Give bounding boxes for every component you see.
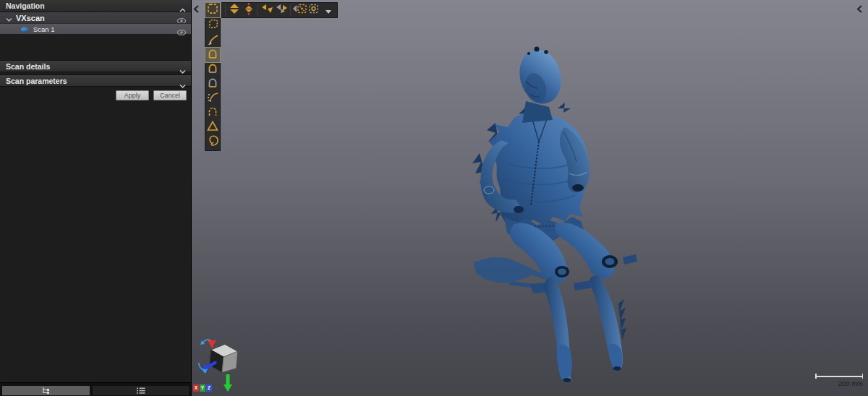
- tree-view-icon: [41, 384, 51, 396]
- triangle-selection-icon: [206, 119, 219, 135]
- eye-icon[interactable]: [176, 26, 187, 39]
- rotate-selection-right-icon: [275, 2, 288, 18]
- section-scan-details[interactable]: Scan details: [0, 60, 191, 72]
- shrink-selection-button[interactable]: [242, 3, 256, 17]
- rectangle-selection-button[interactable]: [205, 2, 221, 18]
- chevron-down-icon: [179, 79, 186, 91]
- tree-node-label: Scan 1: [33, 25, 55, 33]
- select-visible-button[interactable]: [292, 3, 307, 17]
- selection-toolbar-vertical: [205, 18, 221, 151]
- section-scan-parameters[interactable]: Scan parameters: [0, 74, 191, 87]
- brush-selection-icon: [206, 33, 219, 48]
- vxelements-window: Navigation VXscan Scan 1: [0, 0, 868, 396]
- 3d-viewport[interactable]: X Y Z 200 mm: [192, 0, 868, 396]
- toolbar-separator: [290, 4, 291, 17]
- sidebar-view-switcher: [0, 382, 191, 396]
- navigation-panel-title: Navigation: [6, 1, 45, 10]
- select-visible-icon: [292, 2, 307, 18]
- cancel-button[interactable]: Cancel: [153, 90, 187, 100]
- selection-toolbar-horizontal: [221, 2, 338, 18]
- rotate-selection-left-icon: [260, 2, 273, 18]
- dome-filled-icon: [206, 47, 219, 63]
- tree-node-vxscan[interactable]: VXscan: [0, 12, 191, 23]
- axis-x-label: X: [193, 384, 199, 392]
- tab-list-view[interactable]: [93, 386, 189, 395]
- shrink-selection-icon: [242, 2, 255, 18]
- list-view-icon: [136, 384, 145, 396]
- tree-node-scan1[interactable]: Scan 1: [0, 23, 191, 34]
- tree-node-label: VXscan: [16, 14, 45, 22]
- freeform-selection-button[interactable]: [205, 19, 220, 33]
- dome-outline-selection-button[interactable]: [205, 62, 220, 77]
- selection-options-dropdown[interactable]: [321, 3, 336, 17]
- select-through-button[interactable]: [307, 3, 321, 17]
- axis-z-label: Z: [206, 384, 212, 392]
- dome-base-selection-button[interactable]: [205, 77, 220, 91]
- scan-mesh-icon: [20, 22, 29, 35]
- spline-selection-button[interactable]: [205, 91, 220, 106]
- grow-selection-button[interactable]: [227, 3, 242, 17]
- freeform-selection-icon: [206, 18, 219, 34]
- toolbar-separator: [225, 4, 226, 17]
- tab-tree-view[interactable]: [2, 386, 90, 395]
- navigation-panel-header[interactable]: Navigation: [0, 0, 191, 12]
- navigation-sidebar: Navigation VXscan Scan 1: [0, 0, 192, 396]
- dome-base-icon: [206, 76, 219, 92]
- dome-outline-icon: [206, 61, 219, 77]
- chevron-down-icon[interactable]: [6, 12, 12, 25]
- rotate-selection-left-button[interactable]: [260, 3, 274, 17]
- apply-button[interactable]: Apply: [116, 90, 149, 100]
- blob-selection-icon: [206, 134, 219, 150]
- select-through-icon: [307, 2, 320, 18]
- triangle-selection-button[interactable]: [205, 120, 220, 134]
- rotate-selection-right-button[interactable]: [274, 3, 289, 17]
- brush-selection-button[interactable]: [205, 33, 220, 48]
- arch-dashed-selection-button[interactable]: [205, 106, 220, 120]
- collapse-right-panel-icon[interactable]: [856, 3, 864, 12]
- scale-bar-line: [815, 374, 863, 379]
- scale-bar-label: 200 mm: [815, 379, 863, 387]
- section-label: Scan details: [6, 62, 50, 71]
- blob-selection-button[interactable]: [205, 134, 220, 149]
- scale-bar: 200 mm: [815, 374, 863, 387]
- axis-triad-labels: X Y Z: [193, 384, 212, 392]
- arch-dashed-icon: [206, 105, 219, 121]
- collapse-left-icon[interactable]: [193, 3, 200, 12]
- grow-selection-icon: [228, 2, 241, 18]
- toolbar-separator: [258, 4, 258, 17]
- dome-filled-selection-button[interactable]: [205, 48, 220, 62]
- section-label: Scan parameters: [6, 77, 67, 85]
- dropdown-caret-icon: [326, 4, 331, 17]
- rectangle-selection-icon: [207, 3, 218, 17]
- spline-selection-icon: [206, 90, 219, 106]
- scan-model-3d[interactable]: [192, 0, 868, 396]
- axis-y-label: Y: [200, 384, 205, 392]
